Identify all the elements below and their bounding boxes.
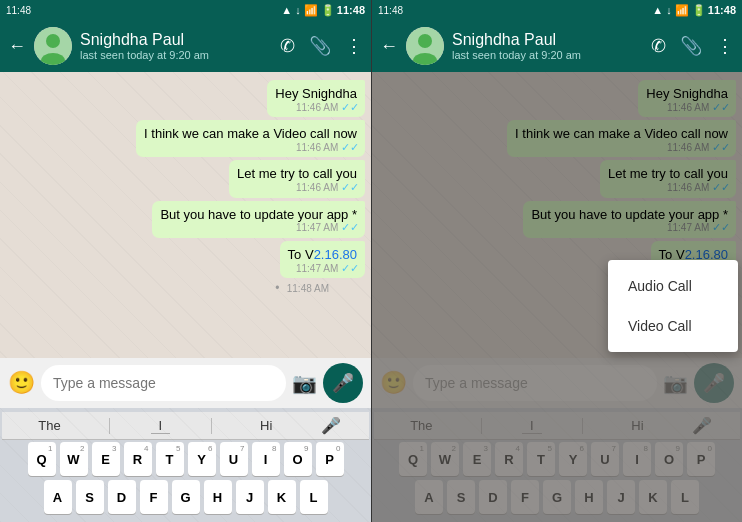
signal-icons: ▲ ↓ 📶 🔋 [281, 4, 335, 17]
key-u[interactable]: 7U [220, 442, 248, 476]
status-time-left: 11:48 [6, 5, 31, 16]
more-icon-left[interactable]: ⋮ [345, 35, 363, 57]
avatar-left[interactable] [34, 27, 72, 65]
chat-area-left: Hey Snighdha 11:46 AM ✓✓ I think we can … [0, 72, 371, 358]
dot-symbol: • [275, 281, 279, 295]
suggest-divider-1 [109, 418, 110, 434]
message-input-left[interactable] [41, 365, 286, 401]
avatar-right[interactable] [406, 27, 444, 65]
msg-time-1: 11:46 AM ✓✓ [296, 100, 359, 115]
status-bar-right: 11:48 ▲ ↓ 📶 🔋 11:48 [372, 0, 742, 20]
keyboard-row-2: A S D F G H J K L [2, 480, 369, 514]
key-k[interactable]: K [268, 480, 296, 514]
suggest-divider-2 [211, 418, 212, 434]
msg-text-1: Hey Snighdha [275, 86, 357, 101]
msg-time-4: 11:47 AM ✓✓ [296, 220, 359, 235]
dot-time: 11:48 AM [287, 283, 329, 294]
contact-status-left: last seen today at 9:20 am [80, 49, 272, 61]
header-info-right: Snighdha Paul last seen today at 9:20 am [452, 31, 643, 61]
key-p[interactable]: 0P [316, 442, 344, 476]
video-call-option[interactable]: Video Call [608, 306, 738, 346]
key-y[interactable]: 6Y [188, 442, 216, 476]
key-t[interactable]: 5T [156, 442, 184, 476]
mic-suggest-left[interactable]: 🎤 [321, 416, 341, 435]
msg-text-4: But you have to update your app * [160, 207, 357, 222]
key-j[interactable]: J [236, 480, 264, 514]
keyboard-left: The I Hi 🎤 1Q 2W 3E 4R 5T 6Y 7U 8I 9O 0P… [0, 408, 371, 522]
msg-time-2: 11:46 AM ✓✓ [296, 140, 359, 155]
key-d[interactable]: D [108, 480, 136, 514]
key-f[interactable]: F [140, 480, 168, 514]
phone-icon-right[interactable]: ✆ [651, 35, 666, 57]
back-button-left[interactable]: ← [8, 36, 26, 57]
header-icons-left: ✆ 📎 ⋮ [280, 35, 363, 57]
back-button-right[interactable]: ← [380, 36, 398, 57]
suggest-word-1[interactable]: The [30, 418, 68, 433]
contact-name-left[interactable]: Snighdha Paul [80, 31, 272, 49]
phone-icon-left[interactable]: ✆ [280, 35, 295, 57]
status-right-right: ▲ ↓ 📶 🔋 11:48 [652, 4, 736, 17]
key-r[interactable]: 4R [124, 442, 152, 476]
message-4: But you have to update your app * 11:47 … [152, 201, 365, 238]
msg-text-3: Let me try to call you [237, 166, 357, 181]
key-l[interactable]: L [300, 480, 328, 514]
status-left-right: 11:48 [378, 5, 403, 16]
message-2: I think we can make a Video call now 11:… [136, 120, 365, 157]
call-dropdown: Audio Call Video Call [608, 260, 738, 352]
message-1: Hey Snighdha 11:46 AM ✓✓ [267, 80, 365, 117]
message-5: To V2.16.80 11:47 AM ✓✓ [280, 241, 365, 278]
keyboard-row-numbers: 1Q 2W 3E 4R 5T 6Y 7U 8I 9O 0P [2, 442, 369, 476]
msg-text-2: I think we can make a Video call now [144, 126, 357, 141]
key-a[interactable]: A [44, 480, 72, 514]
attachment-icon-right[interactable]: 📎 [680, 35, 702, 57]
emoji-button-left[interactable]: 🙂 [8, 370, 35, 396]
chat-header-left: ← Snighdha Paul last seen today at 9:20 … [0, 20, 371, 72]
status-left: 11:48 [6, 5, 31, 16]
signal-icons-right: ▲ ↓ 📶 🔋 [652, 4, 706, 17]
status-time-right: 11:48 [378, 5, 403, 16]
status-right: ▲ ↓ 📶 🔋 11:48 [281, 4, 365, 17]
status-time-display-left: 11:48 [337, 4, 365, 16]
header-icons-right: ✆ 📎 ⋮ [651, 35, 734, 57]
audio-call-option[interactable]: Audio Call [608, 266, 738, 306]
contact-name-right[interactable]: Snighdha Paul [452, 31, 643, 49]
mic-button-left[interactable]: 🎤 [323, 363, 363, 403]
attachment-icon-left[interactable]: 📎 [309, 35, 331, 57]
suggest-word-2[interactable]: I [151, 418, 171, 434]
key-s[interactable]: S [76, 480, 104, 514]
key-q[interactable]: 1Q [28, 442, 56, 476]
msg-time-3: 11:46 AM ✓✓ [296, 180, 359, 195]
message-3: Let me try to call you 11:46 AM ✓✓ [229, 160, 365, 197]
header-info-left: Snighdha Paul last seen today at 9:20 am [80, 31, 272, 61]
contact-status-right: last seen today at 9:20 am [452, 49, 643, 61]
chat-header-right: ← Snighdha Paul last seen today at 9:20 … [372, 20, 742, 72]
svg-point-1 [46, 34, 60, 48]
msg-time-5: 11:47 AM ✓✓ [296, 261, 359, 276]
key-h[interactable]: H [204, 480, 232, 514]
key-e[interactable]: 3E [92, 442, 120, 476]
status-bar-left: 11:48 ▲ ↓ 📶 🔋 11:48 [0, 0, 371, 20]
left-panel: 11:48 ▲ ↓ 📶 🔋 11:48 ← Snighdha Paul last… [0, 0, 371, 522]
camera-button-left[interactable]: 📷 [292, 371, 317, 395]
key-i[interactable]: 8I [252, 442, 280, 476]
more-icon-right[interactable]: ⋮ [716, 35, 734, 57]
msg-text-5: To V2.16.80 [288, 247, 357, 262]
key-o[interactable]: 9O [284, 442, 312, 476]
mic-icon-left: 🎤 [332, 372, 354, 394]
input-area-left: 🙂 📷 🎤 [0, 358, 371, 408]
right-panel: 11:48 ▲ ↓ 📶 🔋 11:48 ← Snighdha Paul last… [371, 0, 742, 522]
status-time-display-right: 11:48 [708, 4, 736, 16]
svg-point-4 [418, 34, 432, 48]
key-w[interactable]: 2W [60, 442, 88, 476]
suggest-word-3[interactable]: Hi [252, 418, 280, 433]
key-g[interactable]: G [172, 480, 200, 514]
keyboard-suggest-left: The I Hi 🎤 [2, 412, 369, 440]
version-link[interactable]: 2.16.80 [314, 247, 357, 262]
dot-message: • 11:48 AM [275, 281, 359, 295]
